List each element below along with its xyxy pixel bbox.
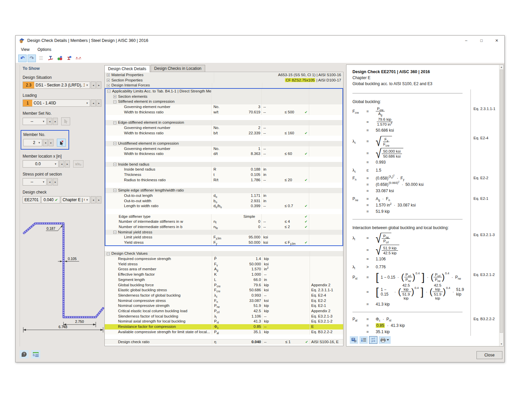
table-row[interactable]: −Nominal yield stress bbox=[105, 230, 342, 235]
design-check-select[interactable]: Chapter E | Gl... ▾ bbox=[61, 196, 90, 203]
loading-next-button[interactable]: ▸ bbox=[96, 99, 101, 107]
table-row[interactable]: Length to width ratiodo/bo0.399--≤ 0.7✔ bbox=[105, 203, 342, 209]
table-row[interactable]: +Design Internal Forces bbox=[105, 83, 343, 88]
table-row[interactable]: Yield stressFy50.000ksi≤ Fy,lim✔ bbox=[105, 240, 342, 245]
print-icon[interactable] bbox=[379, 336, 391, 344]
member-set-pick-button[interactable] bbox=[61, 117, 70, 125]
table-row[interactable]: Slenderness factor of global bucklingλc0… bbox=[105, 293, 343, 298]
table-row[interactable]: Out-to-out lengthdo1.171in bbox=[105, 193, 342, 199]
table-row[interactable]: Effective length factorK1.000-- bbox=[105, 272, 343, 277]
show-values-icon[interactable]: x=7y=4 bbox=[369, 336, 377, 344]
table-row[interactable]: Limit yield stressFy,lim95.000ksi bbox=[105, 235, 342, 240]
list-icon[interactable] bbox=[359, 336, 368, 344]
table-row[interactable]: Governing element numberNo.1-- bbox=[105, 146, 342, 152]
table-row[interactable]: −Unstiffened element in compression bbox=[105, 141, 342, 146]
table-row[interactable]: Nominal compressive strengthPne51.9kipEq… bbox=[105, 303, 343, 309]
table-row[interactable]: Global buckling forcePcre79.6kipAppendix… bbox=[105, 283, 343, 288]
table-row[interactable]: −Applicability Limits Acc. to Tab. B4.1-… bbox=[105, 89, 342, 94]
table-row[interactable]: +Section elements bbox=[105, 94, 342, 99]
relative-location-button[interactable]: x/x₀ bbox=[73, 160, 83, 168]
table-row[interactable]: Radius to thickness ratioR/t1.786--≤ 20✔ bbox=[105, 178, 342, 183]
member-location-next-button[interactable]: ▸ bbox=[65, 160, 70, 168]
stress-point-select[interactable]: -- ▾ bbox=[23, 178, 47, 186]
collapse-icon[interactable]: − bbox=[113, 100, 116, 103]
design-situation-prev-button[interactable]: ◂ bbox=[91, 81, 96, 89]
table-row[interactable]: Thicknesst0.105in bbox=[105, 172, 342, 178]
member-diagram-icon[interactable] bbox=[74, 55, 82, 62]
table-row[interactable]: Gross area of memberAg1.570in2 bbox=[105, 267, 343, 272]
expand-icon[interactable]: + bbox=[107, 84, 110, 87]
tab-design-checks-in-location[interactable]: Design Checks in Location bbox=[151, 65, 205, 72]
table-row[interactable]: Slenderness factor of local bucklingλl1.… bbox=[105, 314, 343, 319]
member-no-next-button[interactable]: ▸ bbox=[49, 139, 54, 146]
section-info-icon[interactable]: i bbox=[65, 55, 73, 62]
collapse-icon[interactable]: − bbox=[113, 189, 116, 192]
expand-icon[interactable]: + bbox=[107, 73, 110, 76]
design-situation-select[interactable]: 2.3 DS1 - Section 2.3 (LRFD), 1. ... ▾ bbox=[23, 81, 90, 89]
scroll-down-icon[interactable]: ▼ bbox=[499, 342, 503, 346]
loading-select[interactable]: 1 CO1 - 1.40D ▾ bbox=[23, 99, 90, 107]
tab-design-check-details[interactable]: Design Check Details bbox=[104, 65, 150, 72]
stress-point-prev-button[interactable]: ◂ bbox=[47, 178, 52, 186]
table-row[interactable]: −Design Check Values bbox=[105, 251, 343, 256]
table-row[interactable]: Governing element numberNo.2-- bbox=[105, 125, 342, 131]
maximize-icon[interactable]: □ bbox=[474, 36, 489, 46]
table-row[interactable]: +Material PropertiesA653-15 (SS 50, Cl 1… bbox=[105, 72, 343, 78]
design-check-ratio-row[interactable]: Design check ratioη0.040--≤ 1✔AISI S100-… bbox=[105, 339, 343, 344]
chart-icon[interactable]: ☰ bbox=[37, 55, 45, 62]
collapse-icon[interactable]: − bbox=[113, 121, 116, 124]
member-no-select[interactable]: 2 ▾ bbox=[23, 139, 42, 146]
result-values-icon[interactable]: 1 bbox=[56, 55, 64, 62]
minimize-icon[interactable]: – bbox=[459, 36, 474, 46]
collapse-icon[interactable]: − bbox=[107, 252, 110, 255]
stress-points-icon[interactable] bbox=[46, 55, 55, 62]
design-situation-next-button[interactable]: ▸ bbox=[96, 81, 101, 89]
table-row[interactable]: Number of intermediate stiffeners in bnf… bbox=[105, 224, 342, 230]
decimal-places-button[interactable]: 0,00 bbox=[31, 350, 40, 358]
scrollbar-thumb[interactable] bbox=[500, 69, 503, 333]
table-row[interactable]: −Simple edge stiffener length/width rati… bbox=[105, 188, 342, 193]
help-button[interactable]: ? bbox=[20, 350, 29, 358]
collapse-icon[interactable]: − bbox=[107, 90, 110, 93]
table-row[interactable]: −Inside bend radius bbox=[105, 162, 342, 167]
table-row[interactable]: Inside bend radiusR0.188in bbox=[105, 167, 342, 172]
redo-icon[interactable]: ↷ bbox=[28, 55, 36, 62]
design-check-next-button[interactable]: ▸ bbox=[96, 196, 101, 203]
member-pick-button[interactable] bbox=[57, 139, 66, 147]
table-row[interactable]: +Section PropertiesCF 8ZS2.75x105 | AISI… bbox=[105, 78, 343, 83]
table-row[interactable]: Resistance factor for compressionΦc0.85-… bbox=[105, 324, 343, 330]
member-no-prev-button[interactable]: ◂ bbox=[43, 139, 48, 146]
member-set-prev-button[interactable]: ◂ bbox=[47, 118, 52, 125]
table-row[interactable]: Width to thickness ratiob/t22.339--≤ 160… bbox=[105, 131, 342, 136]
table-row[interactable]: Edge stiffener typeSimple✔ bbox=[105, 214, 342, 219]
member-set-select[interactable]: -- ▾ bbox=[23, 118, 47, 125]
vertical-scrollbar[interactable]: ▲ ▼ bbox=[499, 65, 503, 346]
table-row[interactable]: Nominal compressive stressFn33.087ksiEq.… bbox=[105, 298, 343, 304]
close-button[interactable]: Close bbox=[476, 351, 502, 359]
table-row[interactable]: Width to thickness ratiow/t70.619--≤ 500… bbox=[105, 110, 342, 115]
undo-icon[interactable]: ↶ bbox=[18, 55, 27, 62]
table-row[interactable]: Number of intermediate stiffeners in wnf… bbox=[105, 219, 342, 224]
collapse-icon[interactable]: − bbox=[113, 163, 116, 166]
member-location-prev-button[interactable]: ◂ bbox=[59, 160, 64, 168]
expand-icon[interactable]: + bbox=[113, 95, 116, 98]
table-row[interactable]: Out-to-out widthbo2.931in bbox=[105, 199, 342, 204]
collapse-icon[interactable]: − bbox=[113, 142, 116, 145]
table-row[interactable]: Available compressive strength for limit… bbox=[105, 330, 343, 335]
expand-icon[interactable]: + bbox=[107, 79, 110, 82]
loading-prev-button[interactable]: ◂ bbox=[91, 99, 96, 107]
menu-view[interactable]: View bbox=[17, 46, 34, 53]
collapse-icon[interactable]: − bbox=[113, 231, 116, 234]
table-row[interactable]: Required compressive strengthP̄1.4kip bbox=[105, 256, 343, 262]
stress-point-next-button[interactable]: ▸ bbox=[53, 178, 58, 186]
table-row[interactable]: Nominal axial strength for local bucklin… bbox=[105, 319, 343, 324]
member-set-next-button[interactable]: ▸ bbox=[53, 118, 58, 125]
table-row[interactable]: −Edge-stiffened element in compression bbox=[105, 120, 342, 125]
member-location-select[interactable]: 0.0 ▾ bbox=[23, 160, 59, 168]
table-row[interactable]: Governing element numberNo.3-- bbox=[105, 104, 342, 110]
table-row[interactable]: Elastic global buckling stressFcre50.686… bbox=[105, 288, 343, 293]
export-icon[interactable] bbox=[350, 336, 358, 344]
table-row[interactable]: Width to thickness ratiod/t8.363--≤ 60✔ bbox=[105, 151, 342, 157]
menu-options[interactable]: Options bbox=[34, 46, 55, 53]
table-row[interactable]: Segment lengthL66.0in bbox=[105, 277, 343, 283]
